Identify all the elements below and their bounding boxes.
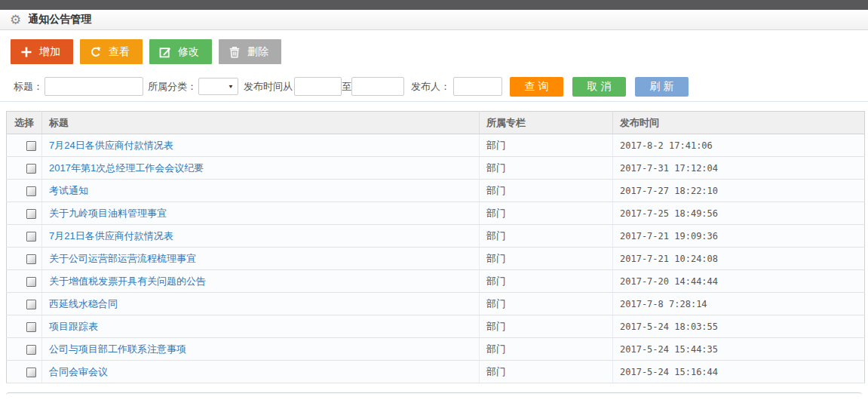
row-title-link[interactable]: 西延线水稳合同: [49, 298, 118, 309]
table-row: 项目跟踪表 部门 2017-5-24 18:03:55: [7, 315, 865, 338]
row-title-link[interactable]: 关于增值税发票开具有关问题的公告: [49, 275, 206, 287]
row-title-link[interactable]: 7月21日各供应商付款情况表: [49, 230, 173, 241]
row-title-link[interactable]: 7月24日各供应商付款情况表: [49, 140, 173, 151]
page-header: ⚙ 通知公告管理: [0, 10, 868, 30]
row-checkbox[interactable]: [26, 141, 36, 151]
add-button-label: 增加: [39, 45, 60, 59]
table-row: 关于九岭项目油料管理事宜 部门 2017-7-25 18:49:56: [7, 202, 865, 225]
category-filter-label: 所属分类：: [148, 80, 197, 94]
row-checkbox[interactable]: [26, 345, 36, 355]
row-checkbox[interactable]: [26, 322, 36, 332]
table-row: 西延线水稳合同 部门 2017-7-8 7:28:14: [7, 293, 865, 315]
title-filter-label: 标题：: [14, 80, 43, 94]
publisher-label: 发布人：: [411, 80, 450, 94]
row-column: 部门: [480, 225, 613, 248]
row-column: 部门: [480, 338, 613, 361]
table-row: 合同会审会议 部门 2017-5-24 15:16:44: [7, 361, 865, 383]
row-checkbox[interactable]: [26, 186, 36, 196]
table-row: 考试通知 部门 2017-7-27 18:22:10: [7, 180, 865, 202]
refresh-icon: [90, 46, 102, 58]
row-time: 2017-7-27 18:22:10: [613, 180, 865, 202]
row-checkbox[interactable]: [26, 277, 36, 287]
date-from-label: 发布时间从: [244, 80, 293, 94]
chevron-down-icon: ▼: [228, 84, 234, 90]
date-from-input[interactable]: [294, 77, 342, 96]
add-button[interactable]: 增加: [11, 39, 73, 64]
page-title: 通知公告管理: [28, 13, 91, 26]
edit-button[interactable]: 修改: [149, 39, 212, 64]
col-header-select: 选择: [7, 112, 42, 134]
filter-bar: 标题： 所属分类： ▼ 发布时间从 至 发布人： 查 询 取 消 刷 新: [0, 76, 868, 102]
table-row: 公司与项目部工作联系注意事项 部门 2017-5-24 15:44:35: [7, 338, 865, 361]
table-row: 2017年第1次总经理工作会会议纪要 部门 2017-7-31 17:12:04: [7, 157, 865, 180]
refresh-button[interactable]: 刷 新: [635, 77, 689, 97]
row-time: 2017-7-31 17:12:04: [613, 157, 865, 180]
row-checkbox[interactable]: [26, 232, 36, 241]
row-column: 部门: [480, 134, 613, 157]
row-column: 部门: [480, 202, 613, 225]
category-select[interactable]: ▼: [198, 78, 238, 95]
notice-table: 选择 标题 所属专栏 发布时间 7月24日各供应商付款情况表 部门 2017-8…: [6, 111, 865, 383]
row-time: 2017-7-25 18:49:56: [613, 202, 865, 225]
table-row: 7月24日各供应商付款情况表 部门 2017-8-2 17:41:06: [7, 134, 865, 157]
row-time: 2017-5-24 18:03:55: [613, 315, 865, 338]
edit-icon: [159, 46, 171, 58]
table-row: 7月21日各供应商付款情况表 部门 2017-7-21 19:09:36: [7, 225, 865, 248]
row-time: 2017-5-24 15:16:44: [613, 361, 865, 383]
plus-icon: [20, 46, 32, 58]
date-to-input[interactable]: [351, 77, 404, 96]
table-row: 关于增值税发票开具有关问题的公告 部门 2017-7-20 14:44:44: [7, 270, 865, 293]
table-row: 关于公司运营部运营流程梳理事宜 部门 2017-7-21 10:24:08: [7, 248, 865, 270]
row-checkbox[interactable]: [26, 300, 36, 309]
trash-icon: [229, 46, 241, 58]
row-column: 部门: [480, 270, 613, 293]
row-checkbox[interactable]: [26, 164, 36, 174]
row-column: 部门: [480, 315, 613, 338]
row-title-link[interactable]: 关于公司运营部运营流程梳理事宜: [49, 253, 196, 264]
row-checkbox[interactable]: [26, 209, 36, 219]
row-column: 部门: [480, 361, 613, 383]
row-title-link[interactable]: 考试通知: [49, 185, 88, 196]
row-title-link[interactable]: 关于九岭项目油料管理事宜: [49, 208, 167, 219]
col-header-title: 标题: [42, 112, 480, 134]
table-body: 7月24日各供应商付款情况表 部门 2017-8-2 17:41:06 2017…: [7, 134, 865, 383]
row-column: 部门: [480, 157, 613, 180]
col-header-column: 所属专栏: [480, 112, 613, 134]
top-bar: [0, 0, 868, 10]
row-title-link[interactable]: 2017年第1次总经理工作会会议纪要: [49, 162, 204, 174]
row-checkbox[interactable]: [26, 368, 36, 377]
table-header-row: 选择 标题 所属专栏 发布时间: [7, 112, 865, 134]
row-column: 部门: [480, 180, 613, 202]
cancel-button[interactable]: 取 消: [572, 77, 626, 97]
edit-button-label: 修改: [178, 45, 199, 59]
col-header-time: 发布时间: [613, 112, 865, 134]
row-time: 2017-7-8 7:28:14: [613, 293, 865, 315]
row-time: 2017-7-21 19:09:36: [613, 225, 865, 248]
row-title-link[interactable]: 合同会审会议: [49, 366, 108, 377]
row-time: 2017-7-21 10:24:08: [613, 248, 865, 270]
date-to-label: 至: [342, 80, 351, 94]
row-column: 部门: [480, 293, 613, 315]
row-checkbox[interactable]: [26, 254, 36, 264]
delete-button-label: 删除: [247, 45, 268, 59]
view-button[interactable]: 查看: [80, 39, 143, 64]
title-filter-input[interactable]: [44, 77, 143, 96]
row-time: 2017-8-2 17:41:06: [613, 134, 865, 157]
row-time: 2017-7-20 14:44:44: [613, 270, 865, 293]
gear-icon: ⚙: [10, 14, 21, 26]
pagination-divider: [6, 392, 862, 397]
row-column: 部门: [480, 248, 613, 270]
row-time: 2017-5-24 15:44:35: [613, 338, 865, 361]
search-button[interactable]: 查 询: [510, 77, 563, 97]
row-title-link[interactable]: 公司与项目部工作联系注意事项: [49, 343, 186, 355]
delete-button[interactable]: 删除: [219, 39, 281, 64]
view-button-label: 查看: [109, 45, 130, 59]
row-title-link[interactable]: 项目跟踪表: [49, 321, 98, 332]
toolbar: 增加 查看 修改 删除: [11, 39, 868, 64]
publisher-input[interactable]: [453, 77, 502, 96]
